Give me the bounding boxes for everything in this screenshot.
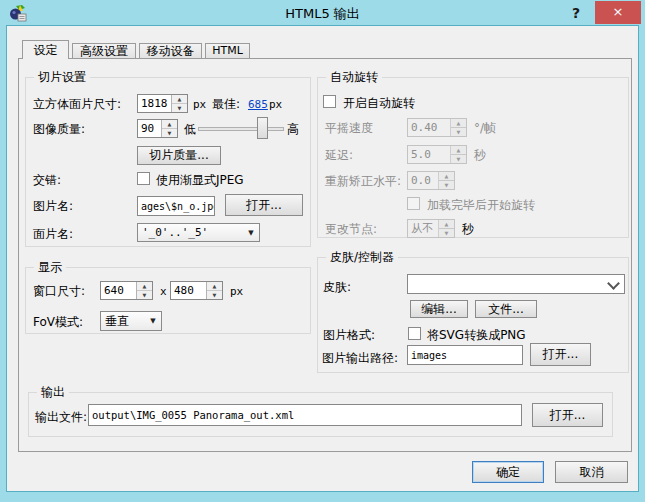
group-title: 皮肤/控制器: [326, 250, 398, 265]
close-button[interactable]: ×: [595, 1, 641, 24]
window-height-spinner[interactable]: 480 ▲▼: [170, 281, 223, 300]
help-button[interactable]: ?: [564, 3, 588, 23]
spin-down-icon: ▼: [451, 155, 466, 163]
spin-up-icon: ▲: [439, 220, 454, 229]
cube-size-unit: px: [193, 98, 206, 112]
interlace-label: 交错:: [33, 173, 61, 187]
fov-mode-dropdown[interactable]: 垂直 ▼: [100, 311, 162, 331]
enable-auto-rotate-checkbox[interactable]: [323, 95, 336, 108]
image-name-input[interactable]: ages\$n_o.jpg: [137, 196, 215, 216]
tab-settings[interactable]: 设定: [22, 40, 69, 59]
tab-mobile[interactable]: 移动设备: [139, 43, 202, 58]
window-width-value: 640: [101, 282, 136, 299]
skin-file-button[interactable]: 文件...: [475, 300, 537, 318]
tile-quality-button[interactable]: 切片质量...: [137, 146, 221, 165]
titlebar: HTML5 输出 ? ×: [0, 0, 645, 26]
relevel-value: 0.0: [408, 172, 438, 189]
tab-html[interactable]: HTML: [205, 43, 250, 58]
spin-down-icon[interactable]: ▼: [172, 104, 187, 112]
progressive-jpeg-label: 使用渐显式JPEG: [156, 173, 244, 187]
pan-speed-unit: °/帧: [474, 121, 496, 135]
image-name-open-button[interactable]: 打开...: [225, 194, 303, 216]
window-height-value: 480: [171, 282, 206, 299]
best-size-link[interactable]: 685: [248, 98, 268, 112]
spinner-buttons: ▲▼: [438, 220, 454, 237]
change-node-spinner: 从不 ▲▼: [407, 219, 455, 238]
ok-button[interactable]: 确定: [472, 461, 544, 483]
progressive-jpeg-checkbox[interactable]: [137, 172, 150, 185]
image-name-label: 图片名:: [33, 199, 73, 213]
output-file-open-button[interactable]: 打开...: [532, 403, 603, 427]
spin-down-icon: ▼: [451, 128, 466, 136]
pan-speed-spinner: 0.40 ▲▼: [407, 118, 467, 137]
window-size-unit: px: [230, 285, 243, 299]
output-file-value: output\IMG_0055 Panorama_out.xml: [92, 409, 294, 421]
svg-to-png-label: 将SVG转换成PNG: [427, 328, 526, 342]
skin-edit-button[interactable]: 编辑...: [410, 300, 468, 318]
tab-advanced[interactable]: 高级设置: [72, 43, 136, 58]
start-after-load-label: 加载完毕后开始旋转: [427, 198, 535, 212]
quality-low-label: 低: [184, 122, 196, 136]
spin-up-icon[interactable]: ▲: [207, 282, 222, 291]
chevron-down-icon: [607, 277, 620, 290]
svg-to-png-checkbox[interactable]: [408, 327, 421, 340]
relevel-label: 重新矫正水平:: [325, 174, 401, 188]
output-file-input[interactable]: output\IMG_0055 Panorama_out.xml: [88, 404, 522, 426]
image-format-label: 图片格式:: [323, 328, 375, 342]
image-output-path-label: 图片输出路径:: [322, 351, 398, 365]
spin-up-icon[interactable]: ▲: [172, 95, 187, 104]
best-unit: px: [269, 98, 282, 112]
window-width-spinner[interactable]: 640 ▲▼: [100, 281, 153, 300]
change-node-label: 更改节点:: [325, 222, 377, 236]
spin-down-icon[interactable]: ▼: [137, 291, 152, 299]
spinner-buttons: ▲▼: [450, 146, 466, 163]
cube-size-value: 1818: [138, 95, 171, 112]
dropdown-arrow-icon: ▼: [243, 229, 259, 237]
image-output-path-value: images: [411, 350, 447, 361]
cube-size-label: 立方体面片尺寸:: [33, 97, 121, 111]
window-title: HTML5 输出: [0, 5, 645, 23]
quality-value: 90: [138, 120, 161, 137]
spin-down-icon[interactable]: ▼: [162, 129, 177, 137]
spin-up-icon: ▲: [439, 172, 454, 181]
start-after-load-checkbox: [407, 197, 420, 210]
image-output-path-input[interactable]: images: [407, 345, 523, 365]
output-file-label: 输出文件:: [35, 410, 87, 424]
delay-spinner: 5.0 ▲▼: [407, 145, 467, 164]
spinner-buttons[interactable]: ▲▼: [171, 95, 187, 112]
face-name-label: 面片名:: [33, 227, 73, 241]
group-title: 显示: [34, 260, 66, 275]
cube-size-spinner[interactable]: 1818 ▲▼: [137, 94, 188, 113]
spin-down-icon: ▼: [439, 181, 454, 189]
spinner-buttons[interactable]: ▲▼: [136, 282, 152, 299]
spin-up-icon: ▲: [451, 146, 466, 155]
image-output-path-open-button[interactable]: 打开...: [530, 343, 591, 366]
pan-speed-value: 0.40: [408, 119, 450, 136]
spin-down-icon[interactable]: ▼: [207, 291, 222, 299]
window-size-label: 窗口尺寸:: [33, 284, 85, 298]
fov-mode-value: 垂直: [101, 313, 145, 330]
face-name-dropdown[interactable]: '_0'..'_5' ▼: [137, 223, 260, 242]
spinner-buttons: ▲▼: [450, 119, 466, 136]
quality-slider-track[interactable]: [198, 127, 284, 131]
spinner-buttons[interactable]: ▲▼: [161, 120, 177, 137]
spinner-buttons[interactable]: ▲▼: [206, 282, 222, 299]
face-name-value: '_0'..'_5': [138, 226, 243, 239]
spin-up-icon[interactable]: ▲: [137, 282, 152, 291]
delay-unit: 秒: [474, 148, 486, 162]
group-title: 切片设置: [34, 70, 90, 85]
dialog-window: HTML5 输出 ? × 设定 高级设置 移动设备 HTML 切片设置 立方体面…: [0, 0, 645, 502]
times-label: x: [160, 285, 167, 299]
pan-speed-label: 平摇速度: [325, 121, 373, 135]
skin-combobox[interactable]: [407, 274, 625, 294]
quality-high-label: 高: [287, 122, 299, 136]
spin-up-icon[interactable]: ▲: [162, 120, 177, 129]
image-name-value: ages\$n_o.jpg: [141, 201, 215, 212]
quality-spinner[interactable]: 90 ▲▼: [137, 119, 178, 138]
group-title: 输出: [37, 385, 69, 400]
close-icon: ×: [613, 4, 624, 19]
cancel-button[interactable]: 取消: [555, 461, 628, 483]
group-title: 自动旋转: [326, 70, 382, 85]
quality-slider-handle[interactable]: [257, 117, 268, 139]
delay-value: 5.0: [408, 146, 450, 163]
